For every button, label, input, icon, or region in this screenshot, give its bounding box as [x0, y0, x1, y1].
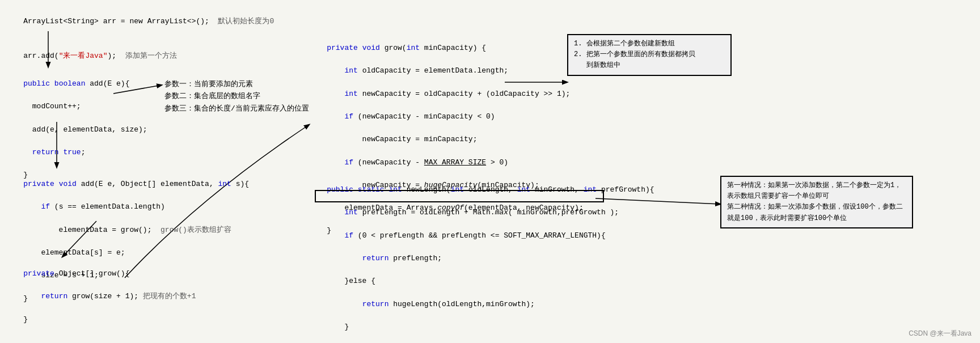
code-line-2: arr.add("来一看Java"); 添加第一个方法: [23, 52, 176, 60]
code-line-1: ArrayList<String> arr = new ArrayList<>(…: [23, 17, 274, 26]
highlight-prefLength: [315, 190, 604, 202]
code-block-grow-simple: private Object[] grow(){ return grow(siz…: [6, 257, 196, 337]
annotation-grow-text: 1. 会根据第二个参数创建新数组 2. 把第一个参数里面的所有数据都拷贝 到新数…: [574, 40, 695, 69]
annotation-box-grow: 1. 会根据第二个参数创建新数组 2. 把第一个参数里面的所有数据都拷贝 到新数…: [567, 34, 732, 76]
code-block-arraylist-intro: ArrayList<String> arr = new ArrayList<>(…: [6, 5, 274, 73]
annotation-box-newlength: 第一种情况：如果第一次添加数据，第二个参数一定为1， 表示数组只需要扩容一个单位…: [720, 176, 913, 228]
annotation-newlength-text: 第一种情况：如果第一次添加数据，第二个参数一定为1， 表示数组只需要扩容一个单位…: [727, 181, 903, 222]
annotation-params: 参数一：当前要添加的元素 参数二：集合底层的数组名字 参数三：集合的长度/当前元…: [164, 78, 309, 115]
watermark: CSDN @来一看Java: [909, 329, 971, 338]
main-container: ArrayList<String> arr = new ArrayList<>(…: [0, 0, 980, 343]
